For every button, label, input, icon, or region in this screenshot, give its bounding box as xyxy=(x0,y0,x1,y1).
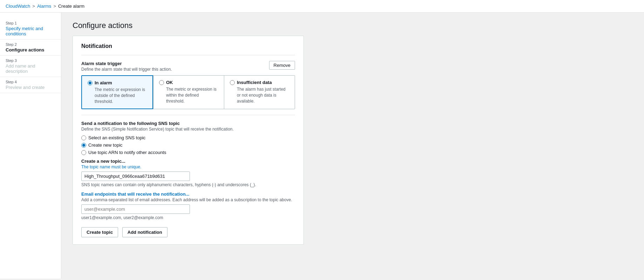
step-3-label: Step 3 xyxy=(6,58,55,63)
trigger-ok-radio[interactable] xyxy=(159,80,164,85)
breadcrumb-sep-2: > xyxy=(53,4,56,9)
create-topic-button[interactable]: Create topic xyxy=(81,227,118,237)
page-title: Configure actions xyxy=(73,21,633,30)
trigger-insufficient-label: Insufficient data xyxy=(237,80,272,85)
email-title: Email endpoints that will receive the no… xyxy=(81,191,295,197)
alarm-trigger-desc: Define the alarm state that will trigger… xyxy=(81,67,295,72)
step-1-title[interactable]: Specify metric and conditions xyxy=(6,26,55,36)
breadcrumb-alarms[interactable]: Alarms xyxy=(37,4,51,9)
sns-arn-label: Use topic ARN to notify other accounts xyxy=(88,150,166,155)
sns-new-radio[interactable] xyxy=(81,143,86,148)
trigger-insufficient-radio[interactable] xyxy=(230,80,235,85)
notification-section-title: Notification xyxy=(81,43,295,49)
sidebar-step-1[interactable]: Step 1 Specify metric and conditions xyxy=(0,18,61,40)
main-content: Configure actions Notification Remove Al… xyxy=(61,13,644,279)
sidebar-step-2[interactable]: Step 2 Configure actions xyxy=(0,40,61,56)
trigger-ok-desc: The metric or expression is within the d… xyxy=(159,86,218,104)
sidebar-step-3[interactable]: Step 3 Add name and description xyxy=(0,56,61,77)
trigger-ok-label: OK xyxy=(166,80,173,85)
sns-option-existing[interactable]: Select an existing SNS topic xyxy=(81,135,295,140)
email-input[interactable] xyxy=(81,204,190,214)
notification-card: Notification Remove Alarm state trigger … xyxy=(73,36,304,245)
email-section: Email endpoints that will receive the no… xyxy=(81,191,295,220)
breadcrumb-current: Create alarm xyxy=(58,4,84,9)
topic-helper-text: SNS topic names can contain only alphanu… xyxy=(81,182,295,187)
trigger-insufficient-data[interactable]: Insufficient data The alarm has just sta… xyxy=(224,75,295,109)
step-3-title: Add name and description xyxy=(6,63,55,74)
email-desc: Add a comma-separated list of email addr… xyxy=(81,197,295,202)
action-buttons: Create topic Add notification xyxy=(81,226,295,237)
alarm-trigger-label: Alarm state trigger xyxy=(81,61,295,66)
sns-title: Send a notification to the following SNS… xyxy=(81,121,295,126)
sns-existing-radio[interactable] xyxy=(81,135,86,140)
email-hint: user1@example.com, user2@example.com xyxy=(81,215,295,220)
add-notification-button[interactable]: Add notification xyxy=(122,227,167,237)
trigger-in-alarm[interactable]: In alarm The metric or expression is out… xyxy=(81,75,153,109)
step-2-title[interactable]: Configure actions xyxy=(6,47,55,52)
sns-arn-radio[interactable] xyxy=(81,150,86,155)
sns-new-label: Create new topic xyxy=(88,142,123,148)
sns-existing-label: Select an existing SNS topic xyxy=(88,135,145,140)
sidebar: Step 1 Specify metric and conditions Ste… xyxy=(0,13,61,279)
breadcrumb-sep-1: > xyxy=(32,4,35,9)
trigger-in-alarm-desc: The metric or expression is outside of t… xyxy=(88,87,147,104)
trigger-ok[interactable]: OK The metric or expression is within th… xyxy=(153,75,224,109)
sidebar-step-4[interactable]: Step 4 Preview and create xyxy=(0,77,61,93)
breadcrumb: CloudWatch > Alarms > Create alarm xyxy=(0,0,644,13)
step-1-label: Step 1 xyxy=(6,21,55,25)
create-topic-title: Create a new topic... xyxy=(81,159,295,164)
step-4-label: Step 4 xyxy=(6,80,55,84)
sns-section: Send a notification to the following SNS… xyxy=(81,121,295,155)
alarm-trigger-section: Remove Alarm state trigger Define the al… xyxy=(81,61,295,109)
topic-name-input[interactable] xyxy=(81,172,190,181)
trigger-insufficient-desc: The alarm has just started or not enough… xyxy=(230,86,289,104)
sns-option-new[interactable]: Create new topic xyxy=(81,142,295,148)
step-2-label: Step 2 xyxy=(6,42,55,47)
sns-desc: Define the SNS (Simple Notification Serv… xyxy=(81,127,295,132)
sns-option-arn[interactable]: Use topic ARN to notify other accounts xyxy=(81,150,295,155)
breadcrumb-cloudwatch[interactable]: CloudWatch xyxy=(6,4,30,9)
remove-button[interactable]: Remove xyxy=(269,61,295,70)
alarm-trigger-options: In alarm The metric or expression is out… xyxy=(81,75,295,109)
step-4-title: Preview and create xyxy=(6,85,55,90)
trigger-in-alarm-radio[interactable] xyxy=(88,80,93,85)
divider-1 xyxy=(81,55,295,55)
trigger-in-alarm-label: In alarm xyxy=(95,80,112,85)
create-topic-hint: The topic name must be unique. xyxy=(81,164,295,169)
divider-2 xyxy=(81,115,295,115)
create-topic-section: Create a new topic... The topic name mus… xyxy=(81,159,295,187)
